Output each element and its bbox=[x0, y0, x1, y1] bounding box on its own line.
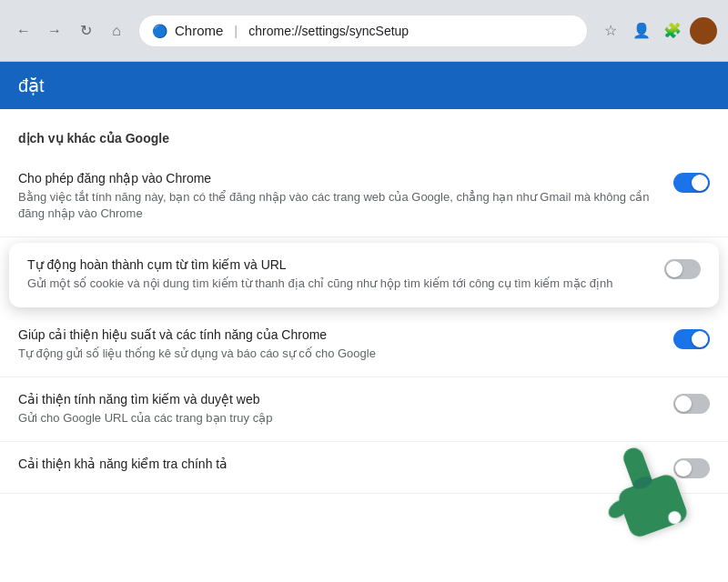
setting-name-search: Cải thiện tính năng tìm kiếm và duyệt we… bbox=[18, 392, 659, 406]
setting-name-login: Cho phép đăng nhập vào Chrome bbox=[18, 171, 659, 186]
browser-app-name: Chrome bbox=[175, 23, 223, 38]
toggle-spellcheck[interactable] bbox=[673, 458, 710, 478]
setting-name-performance: Giúp cải thiện hiệu suất và các tính năn… bbox=[18, 327, 659, 342]
toggle-track-autocomplete bbox=[664, 259, 701, 279]
setting-text-spellcheck: Cải thiện khả năng kiểm tra chính tả bbox=[18, 457, 673, 475]
toggle-track-login bbox=[673, 173, 710, 193]
browser-chrome: ← → ↻ ⌂ 🔵 Chrome | chrome://settings/syn… bbox=[0, 0, 728, 62]
secure-icon: 🔵 bbox=[152, 24, 167, 38]
setting-desc-autocomplete: Gửi một số cookie và nội dung tìm kiếm t… bbox=[27, 276, 650, 292]
url-text: chrome://settings/syncSetup bbox=[248, 24, 574, 38]
toggle-thumb-search bbox=[675, 396, 692, 412]
avatar[interactable] bbox=[690, 17, 717, 45]
toggle-track-search bbox=[673, 394, 710, 414]
svg-point-4 bbox=[605, 497, 632, 522]
toggle-search[interactable] bbox=[673, 394, 710, 414]
settings-title: đặt bbox=[18, 75, 45, 96]
setting-item-autocomplete: Tự động hoàn thành cụm từ tìm kiếm và UR… bbox=[9, 243, 719, 306]
toggle-thumb-login bbox=[692, 175, 708, 191]
settings-header: đặt bbox=[0, 62, 728, 109]
content-area: dịch vụ khác của Google Cho phép đăng nh… bbox=[0, 109, 728, 582]
toggle-thumb-autocomplete bbox=[666, 261, 682, 277]
section-title: dịch vụ khác của Google bbox=[0, 109, 728, 156]
setting-text-performance: Giúp cải thiện hiệu suất và các tính năn… bbox=[18, 327, 673, 362]
forward-button[interactable]: → bbox=[42, 18, 67, 44]
setting-desc-login: Bằng việc tắt tính năng này, bạn có thể … bbox=[18, 189, 659, 222]
bookmark-button[interactable]: ☆ bbox=[597, 17, 624, 45]
toggle-login[interactable] bbox=[673, 173, 710, 193]
setting-item-spellcheck: Cải thiện khả năng kiểm tra chính tả bbox=[0, 442, 728, 494]
profile-button[interactable]: 👤 bbox=[628, 17, 655, 45]
nav-buttons: ← → ↻ ⌂ bbox=[11, 18, 129, 44]
setting-name-spellcheck: Cải thiện khả năng kiểm tra chính tả bbox=[18, 457, 659, 471]
refresh-button[interactable]: ↻ bbox=[73, 18, 98, 44]
toggle-performance[interactable] bbox=[673, 329, 710, 349]
setting-text-login: Cho phép đăng nhập vào Chrome Bằng việc … bbox=[18, 171, 673, 222]
setting-text-autocomplete: Tự động hoàn thành cụm từ tìm kiếm và UR… bbox=[27, 257, 664, 292]
toggle-track-spellcheck bbox=[673, 458, 710, 478]
setting-desc-performance: Tự động gửi số liệu thống kê sử dụng và … bbox=[18, 346, 659, 362]
setting-item-login: Cho phép đăng nhập vào Chrome Bằng việc … bbox=[0, 156, 728, 237]
toggle-thumb-performance bbox=[692, 331, 708, 347]
toolbar-icons: ☆ 👤 🧩 bbox=[597, 17, 717, 45]
url-separator: | bbox=[234, 23, 238, 38]
setting-desc-search: Gửi cho Google URL của các trang bạn tru… bbox=[18, 410, 659, 426]
setting-item-search: Cải thiện tính năng tìm kiếm và duyệt we… bbox=[0, 377, 728, 442]
toggle-track-performance bbox=[673, 329, 710, 349]
setting-name-autocomplete: Tự động hoàn thành cụm từ tìm kiếm và UR… bbox=[27, 257, 650, 272]
toggle-autocomplete[interactable] bbox=[664, 259, 701, 279]
setting-text-search: Cải thiện tính năng tìm kiếm và duyệt we… bbox=[18, 392, 673, 426]
extensions-button[interactable]: 🧩 bbox=[659, 17, 686, 45]
back-button[interactable]: ← bbox=[11, 18, 36, 44]
setting-item-performance: Giúp cải thiện hiệu suất và các tính năn… bbox=[0, 313, 728, 377]
svg-point-3 bbox=[666, 509, 682, 526]
home-button[interactable]: ⌂ bbox=[104, 18, 129, 44]
address-bar[interactable]: 🔵 Chrome | chrome://settings/syncSetup bbox=[138, 15, 588, 47]
toggle-thumb-spellcheck bbox=[675, 460, 692, 477]
